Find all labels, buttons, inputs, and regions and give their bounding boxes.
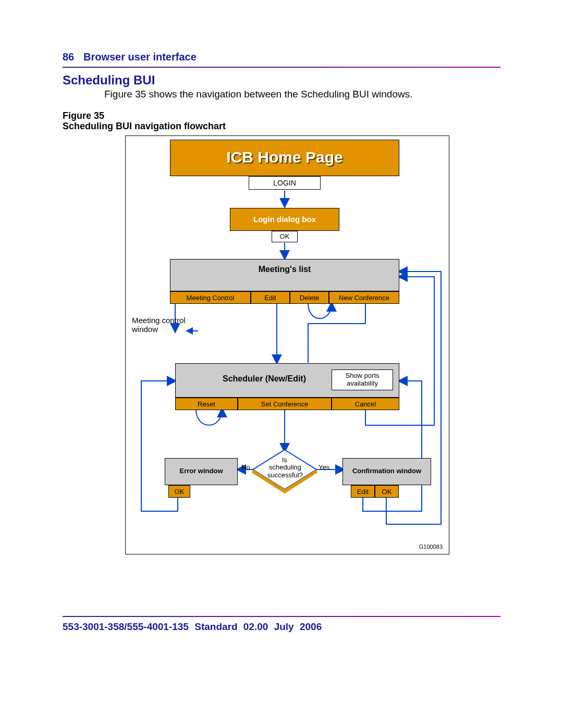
error-window-box: Error window <box>165 458 238 485</box>
intro-paragraph: Figure 35 shows the navigation between t… <box>104 89 500 100</box>
decision-line1: Is <box>272 456 298 464</box>
figure-caption: Scheduling BUI navigation flowchart <box>63 121 226 132</box>
login-button: LOGIN <box>249 176 321 190</box>
icb-home-page-title: ICB Home Page <box>170 149 399 166</box>
cancel-button: Cancel <box>332 398 399 410</box>
login-dialog-box: Login dialog box <box>230 208 339 231</box>
figure-id: G100083 <box>419 544 443 550</box>
set-conference-button: Set Conference <box>238 398 332 410</box>
figure-label: Figure 35 <box>63 110 104 121</box>
section-heading: Scheduling BUI <box>63 73 155 88</box>
header-rule <box>63 67 500 68</box>
flowchart-diagram: ICB Home Page LOGIN Login dialog box OK … <box>125 135 449 554</box>
show-ports-box: Show ports availability <box>332 369 393 390</box>
decision-line3: successful? <box>265 471 305 479</box>
arrow-left-icon <box>186 327 198 335</box>
edit-button: Edit <box>251 291 290 304</box>
page-header: Browser user interface <box>83 51 197 63</box>
login-dialog-label: Login dialog box <box>230 215 339 224</box>
yes-label: Yes <box>319 463 329 471</box>
show-ports-line1: Show ports <box>332 372 393 379</box>
no-label: No <box>241 463 250 471</box>
new-conference-button: New Conference <box>329 291 399 304</box>
delete-button: Delete <box>290 291 329 304</box>
meeting-control-button: Meeting Control <box>170 291 251 304</box>
meetings-list-box: Meeting's list <box>170 259 399 291</box>
document-page: 86 Browser user interface Scheduling BUI… <box>0 0 563 728</box>
meetings-list-label: Meeting's list <box>170 265 399 274</box>
reset-button: Reset <box>175 398 238 410</box>
decision-line2: scheduling <box>266 463 304 471</box>
footer-rule <box>63 616 500 617</box>
confirmation-edit-button: Edit <box>351 485 375 498</box>
icb-home-page-box: ICB Home Page <box>170 140 399 176</box>
page-number: 86 <box>63 51 74 63</box>
confirmation-ok-button: OK <box>375 485 399 498</box>
login-ok-button: OK <box>272 231 298 242</box>
error-ok-button: OK <box>168 485 190 498</box>
show-ports-line2: availability <box>332 379 393 387</box>
footer-text: 553-3001-358/555-4001-135 Standard 02.00… <box>63 621 322 633</box>
confirmation-window-box: Confirmation window <box>342 458 431 485</box>
